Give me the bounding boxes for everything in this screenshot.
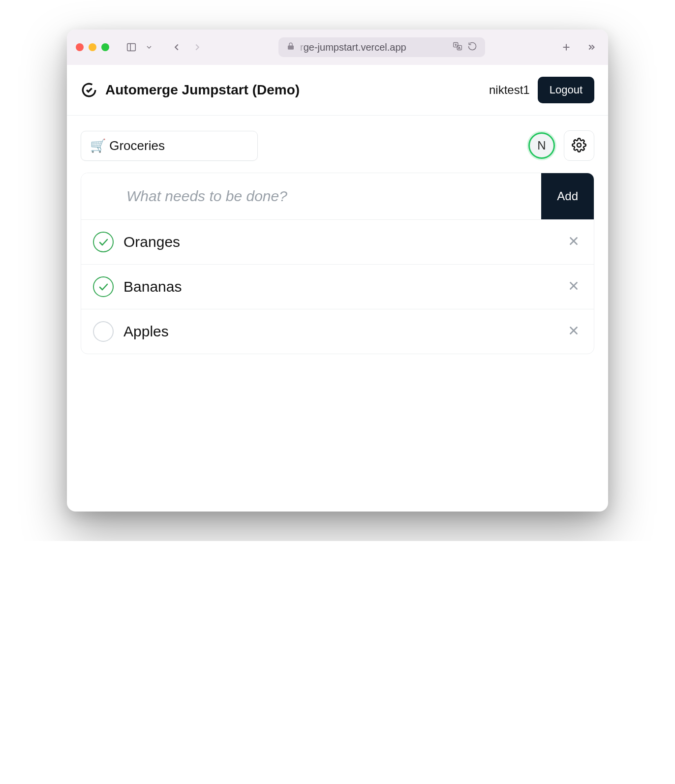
url-text: rge-jumpstart.vercel.app — [300, 42, 406, 53]
delete-todo-button[interactable] — [565, 278, 582, 295]
todo-checkbox[interactable] — [93, 232, 114, 252]
svg-point-6 — [577, 143, 581, 147]
new-tab-icon[interactable] — [558, 39, 575, 56]
current-user: niktest1 — [489, 83, 530, 97]
translate-icon[interactable] — [453, 41, 462, 54]
add-todo-button[interactable]: Add — [541, 173, 594, 219]
app-title: Automerge Jumpstart (Demo) — [105, 82, 300, 98]
sidebar-toggle-icon[interactable] — [123, 39, 140, 56]
todo-row: Oranges — [81, 220, 594, 265]
avatar[interactable]: N — [528, 132, 555, 159]
todo-label[interactable]: Oranges — [123, 234, 555, 250]
browser-chrome: rge-jumpstart.vercel.app — [67, 30, 608, 65]
overflow-icon[interactable] — [583, 39, 599, 56]
close-icon — [567, 324, 580, 339]
gear-icon — [572, 138, 586, 154]
new-todo-input[interactable] — [126, 173, 541, 219]
todo-label[interactable]: Apples — [123, 323, 555, 340]
todo-checkbox[interactable] — [93, 276, 114, 297]
delete-todo-button[interactable] — [565, 234, 582, 250]
browser-window: rge-jumpstart.vercel.app — [67, 30, 608, 512]
reload-icon[interactable] — [467, 41, 477, 54]
app-logo-icon — [81, 82, 97, 98]
todo-checkbox[interactable] — [93, 321, 114, 342]
window-close-icon[interactable] — [76, 43, 84, 51]
chevron-down-icon[interactable] — [141, 39, 157, 56]
list-toolbar: N — [67, 116, 608, 173]
nav-back-icon[interactable] — [168, 39, 185, 56]
address-bar[interactable]: rge-jumpstart.vercel.app — [278, 37, 485, 57]
todo-list: OrangesBananasApples — [81, 220, 594, 354]
todo-row: Bananas — [81, 265, 594, 309]
svg-rect-0 — [127, 44, 136, 51]
lock-icon — [286, 42, 295, 53]
app-header: Automerge Jumpstart (Demo) niktest1 Logo… — [67, 65, 608, 116]
window-zoom-icon[interactable] — [101, 43, 109, 51]
logout-button[interactable]: Logout — [538, 77, 594, 103]
delete-todo-button[interactable] — [565, 323, 582, 340]
window-controls — [76, 43, 109, 51]
todo-card: Add OrangesBananasApples — [81, 173, 594, 354]
window-minimize-icon[interactable] — [89, 43, 96, 51]
new-todo-row: Add — [81, 173, 594, 220]
close-icon — [567, 279, 580, 294]
todo-label[interactable]: Bananas — [123, 278, 555, 295]
todo-row: Apples — [81, 309, 594, 354]
close-icon — [567, 235, 580, 249]
settings-button[interactable] — [564, 130, 594, 161]
nav-forward-icon — [189, 39, 206, 56]
list-name-input[interactable] — [81, 131, 258, 161]
